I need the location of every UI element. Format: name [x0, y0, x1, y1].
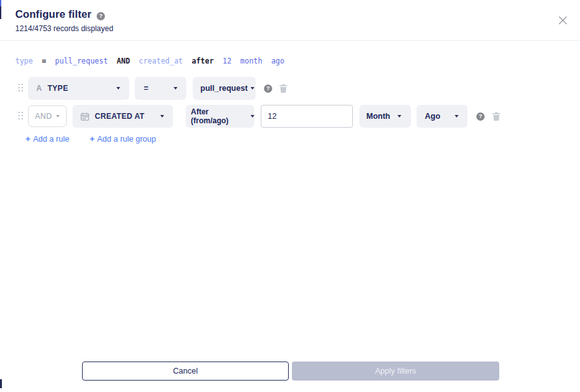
help-glyph: ? [99, 13, 103, 19]
chevron-down-icon [397, 115, 401, 118]
rule-help-icon[interactable]: ? [264, 84, 272, 93]
modal-title: Configure filter [15, 8, 92, 20]
chevron-down-icon [251, 87, 254, 90]
delete-rule-icon[interactable] [279, 84, 287, 93]
plus-icon: + [25, 134, 31, 144]
operator-dropdown[interactable]: = [135, 77, 186, 100]
expression-token-value: pull_request [55, 57, 108, 65]
apply-filters-button[interactable]: Apply filters [292, 362, 499, 381]
combinator-dropdown-label: AND [35, 112, 52, 121]
add-rule-label: Add a rule [33, 135, 69, 144]
add-rule-group-button[interactable]: + Add a rule group [90, 134, 156, 144]
configure-filter-modal: Configure filter ? 1214/4753 records dis… [0, 0, 580, 392]
add-actions: + Add a rule + Add a rule group [25, 134, 156, 144]
rule-help-icon[interactable]: ? [476, 112, 485, 121]
cancel-button[interactable]: Cancel [82, 362, 289, 381]
expression-token-value: 12 [223, 57, 231, 65]
operator-dropdown[interactable]: After (from/ago) [186, 105, 254, 128]
page-edge-artifact [0, 379, 2, 388]
drag-handle-icon[interactable] [18, 84, 24, 93]
value-dropdown-label: pull_request [200, 84, 247, 93]
chevron-down-icon [455, 115, 459, 118]
help-glyph: ? [479, 114, 483, 119]
unit-dropdown[interactable]: Month [359, 105, 411, 128]
amount-input[interactable] [261, 105, 353, 128]
combinator-dropdown[interactable]: AND [28, 105, 67, 127]
operator-dropdown-label: After (from/ago) [191, 107, 248, 125]
plus-icon: + [90, 134, 95, 144]
header-divider [0, 40, 580, 41]
field-dropdown[interactable]: CREATED AT [72, 105, 173, 128]
string-type-icon: A [36, 84, 42, 93]
add-rule-button[interactable]: + Add a rule [25, 134, 69, 144]
chevron-down-icon [174, 87, 177, 90]
expression-token-operator: = [42, 57, 46, 65]
page-edge-artifact [0, 0, 1, 6]
operator-dropdown-label: = [144, 84, 148, 93]
drag-handle-icon[interactable] [18, 112, 24, 121]
field-dropdown-label: CREATED AT [95, 112, 144, 121]
expression-token-combinator: AND [117, 57, 130, 65]
page-edge-artifact [0, 6, 1, 19]
expression-token-value: ago [271, 57, 284, 65]
close-icon[interactable] [557, 15, 569, 26]
unit-dropdown-label: Month [366, 112, 390, 121]
chevron-down-icon [160, 115, 164, 118]
help-glyph: ? [266, 86, 270, 91]
field-dropdown[interactable]: A TYPE [28, 77, 129, 100]
chevron-down-icon [56, 115, 60, 118]
expression-token-field: created_at [139, 57, 183, 65]
value-dropdown[interactable]: pull_request [193, 77, 256, 100]
title-help-icon[interactable]: ? [97, 12, 105, 20]
records-summary: 1214/4753 records displayed [15, 24, 113, 33]
filter-expression: type = pull_request AND created_at after… [15, 57, 284, 65]
calendar-icon [81, 112, 89, 121]
field-dropdown-label: TYPE [48, 84, 69, 93]
expression-token-value: month [240, 57, 263, 65]
chevron-down-icon [251, 115, 254, 118]
delete-rule-icon[interactable] [492, 112, 501, 121]
add-rule-group-label: Add a rule group [97, 135, 156, 144]
expression-token-field: type [15, 57, 33, 65]
direction-dropdown-label: Ago [425, 112, 440, 121]
chevron-down-icon [116, 87, 120, 90]
direction-dropdown[interactable]: Ago [417, 105, 467, 128]
expression-token-operator: after [191, 57, 214, 65]
